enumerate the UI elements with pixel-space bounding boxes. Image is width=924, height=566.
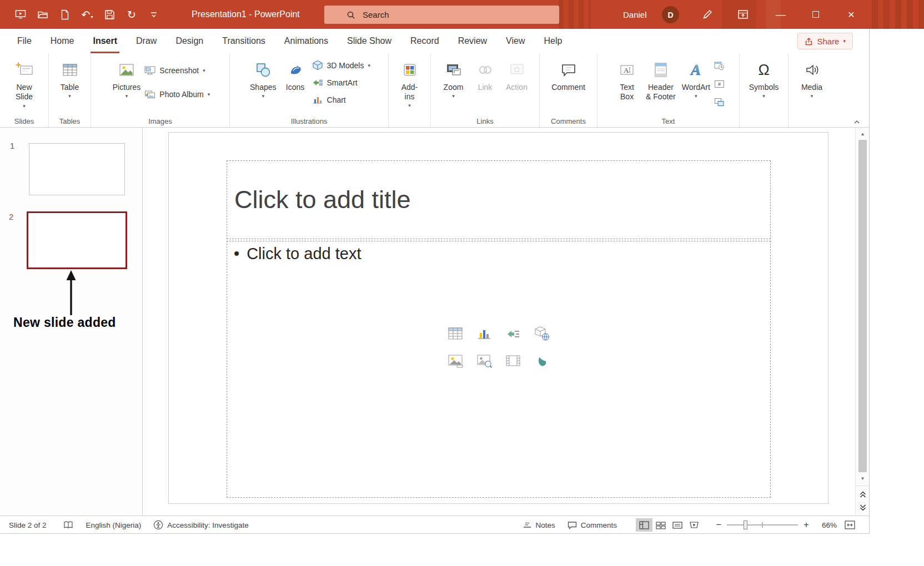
- search-box[interactable]: Search: [324, 6, 559, 24]
- shapes-button[interactable]: Shapes ▾: [248, 55, 278, 117]
- language-indicator[interactable]: English (Nigeria): [86, 521, 142, 529]
- slide-number-button[interactable]: #: [714, 77, 725, 91]
- spell-check-icon[interactable]: [63, 520, 74, 529]
- media-button[interactable]: Media ▾: [797, 55, 827, 117]
- tab-transitions[interactable]: Transitions: [213, 29, 275, 53]
- fit-slide-to-window-icon[interactable]: [845, 520, 855, 529]
- tab-view[interactable]: View: [496, 29, 534, 53]
- table-button[interactable]: Table ▾: [55, 55, 85, 117]
- tab-draw[interactable]: Draw: [127, 29, 166, 53]
- insert-smartart-icon[interactable]: [503, 325, 523, 342]
- slide-show-view-button[interactable]: [686, 518, 702, 532]
- screenshot-label: Screenshot: [159, 66, 199, 75]
- tab-animations[interactable]: Animations: [275, 29, 338, 53]
- comments-toggle[interactable]: Comments: [568, 521, 617, 529]
- slide-editing-surface[interactable]: Click to add title • Click to add text: [168, 132, 828, 504]
- ribbon-display-options-icon[interactable]: [731, 0, 755, 29]
- insert-stock-image-icon[interactable]: [474, 352, 494, 370]
- reading-view-button[interactable]: [669, 518, 686, 532]
- insert-icon-icon[interactable]: [532, 352, 552, 370]
- tab-design[interactable]: Design: [166, 29, 213, 53]
- omega-icon: Ω: [758, 58, 769, 82]
- next-slide-button[interactable]: [859, 504, 867, 511]
- text-box-button[interactable]: A Text Box: [612, 55, 642, 117]
- close-button[interactable]: ×: [833, 0, 870, 29]
- images-small-buttons: Screenshot ▾ Photo Album ▾: [144, 63, 210, 117]
- action-button[interactable]: Action: [502, 55, 532, 117]
- tab-home[interactable]: Home: [41, 29, 84, 53]
- scrollbar-thumb[interactable]: [858, 140, 867, 472]
- accessibility-checker[interactable]: Accessibility: Investigate: [153, 520, 248, 530]
- tab-insert[interactable]: Insert: [83, 29, 127, 53]
- link-icon: [477, 58, 494, 82]
- insert-3d-model-icon[interactable]: [532, 325, 552, 342]
- scrollbar-track[interactable]: [856, 139, 870, 473]
- zoom-slider[interactable]: [727, 520, 798, 529]
- tab-record[interactable]: Record: [401, 29, 449, 53]
- screenshot-button[interactable]: Screenshot ▾: [144, 63, 205, 78]
- new-slide-button[interactable]: New Slide▾: [9, 55, 39, 117]
- comment-button[interactable]: Comment: [549, 55, 587, 117]
- new-file-icon[interactable]: [56, 5, 74, 24]
- zoom-button[interactable]: Zoom ▾: [439, 55, 469, 117]
- zoom-out-button[interactable]: −: [716, 519, 721, 530]
- slide-sorter-view-button[interactable]: [652, 518, 669, 532]
- insert-chart-icon[interactable]: [474, 325, 494, 342]
- add-ins-button[interactable]: Add- ins ▾: [395, 55, 425, 117]
- 3d-models-button[interactable]: 3D Models ▾: [312, 58, 370, 73]
- new-slide-label: New Slide: [16, 83, 33, 102]
- previous-slide-button[interactable]: [859, 491, 867, 498]
- scroll-down-icon[interactable]: ▼: [856, 473, 870, 483]
- open-file-icon[interactable]: [33, 5, 52, 24]
- icons-button[interactable]: Icons: [280, 55, 310, 117]
- chart-button[interactable]: Chart: [312, 93, 346, 107]
- start-slideshow-icon[interactable]: [11, 5, 30, 24]
- normal-view-button[interactable]: [636, 518, 652, 532]
- maximize-button[interactable]: [799, 0, 833, 29]
- zoom-percentage[interactable]: 66%: [816, 521, 837, 529]
- wordart-button[interactable]: A WordArt ▾: [680, 55, 712, 117]
- account-name[interactable]: Daniel: [623, 0, 647, 29]
- vertical-scrollbar[interactable]: ▲ ▼: [855, 128, 870, 516]
- slide-1-thumbnail[interactable]: [29, 143, 125, 195]
- notes-toggle[interactable]: Notes: [523, 521, 555, 529]
- insert-table-icon[interactable]: [445, 325, 465, 342]
- redo-icon[interactable]: ↻: [122, 5, 141, 24]
- pictures-button[interactable]: Pictures ▾: [111, 55, 143, 117]
- object-button[interactable]: [714, 95, 725, 109]
- zoom-slider-handle[interactable]: [744, 520, 747, 529]
- scroll-up-icon[interactable]: ▲: [856, 129, 870, 139]
- save-icon[interactable]: [100, 5, 119, 24]
- customize-quick-access-icon[interactable]: [144, 5, 163, 24]
- minimize-button[interactable]: —: [763, 0, 799, 29]
- insert-video-icon[interactable]: [503, 352, 523, 370]
- tab-slide-show[interactable]: Slide Show: [338, 29, 401, 53]
- accessibility-label: Accessibility: Investigate: [167, 521, 248, 529]
- comments-label: Comments: [581, 521, 617, 529]
- content-placeholder[interactable]: • Click to add text: [227, 241, 771, 498]
- date-time-button[interactable]: [714, 58, 725, 73]
- title-placeholder[interactable]: Click to add title: [227, 160, 771, 239]
- slide-2-thumbnail-selected[interactable]: [27, 211, 127, 269]
- svg-text:A: A: [690, 62, 701, 78]
- content-insert-icons: [444, 325, 553, 370]
- header-footer-button[interactable]: Header & Footer: [644, 55, 678, 117]
- window-right-edge: [869, 29, 870, 534]
- inking-pen-icon[interactable]: [695, 0, 720, 29]
- share-button[interactable]: Share ▾: [797, 33, 853, 49]
- insert-picture-icon[interactable]: [445, 352, 465, 370]
- tab-file[interactable]: File: [8, 29, 41, 53]
- undo-dropdown-icon[interactable]: ▾: [91, 14, 93, 19]
- link-button[interactable]: Link: [470, 55, 500, 117]
- tab-help[interactable]: Help: [535, 29, 572, 53]
- tab-review[interactable]: Review: [449, 29, 496, 53]
- symbols-button[interactable]: Ω Symbols ▾: [747, 55, 781, 117]
- 3d-models-label: 3D Models: [327, 61, 364, 70]
- account-avatar[interactable]: D: [662, 6, 679, 23]
- collapse-ribbon-icon[interactable]: [853, 119, 861, 124]
- zoom-in-button[interactable]: +: [804, 519, 809, 530]
- group-label-text: Text: [597, 117, 739, 125]
- photo-album-button[interactable]: Photo Album ▾: [144, 87, 210, 102]
- undo-icon[interactable]: ↶ ▾: [78, 5, 97, 24]
- smartart-button[interactable]: SmartArt: [312, 75, 358, 90]
